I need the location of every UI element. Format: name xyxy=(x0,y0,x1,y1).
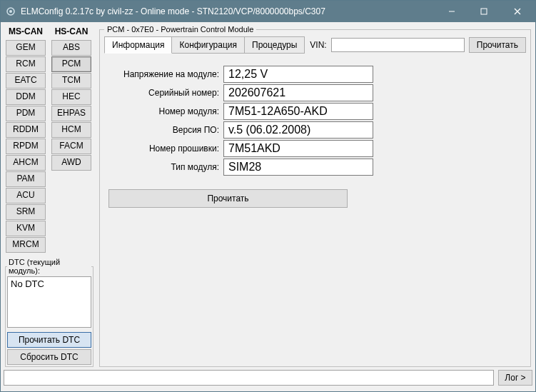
module-button-srm[interactable]: SRM xyxy=(6,204,46,220)
module-button-pdm[interactable]: PDM xyxy=(6,106,46,121)
info-row-0: Напряжение на модуле:12,25 V xyxy=(113,65,526,84)
top-area: MS-CAN GEMRCMEATCDDMPDMRDDMRPDMAHCMPAMAC… xyxy=(4,25,532,367)
hscan-header: HS-CAN xyxy=(55,25,89,39)
info-row-3: Версия ПО:v.5 (06.02.2008) xyxy=(113,121,526,139)
mscan-header: MS-CAN xyxy=(9,25,43,39)
tab-0[interactable]: Информация xyxy=(104,36,172,54)
dtc-group: DTC (текущий модуль): No DTC Прочитать D… xyxy=(5,258,93,367)
module-button-tcm[interactable]: TCM xyxy=(51,73,91,89)
module-button-ahcm[interactable]: AHCM xyxy=(6,155,46,171)
info-label-2: Номер модуля: xyxy=(113,106,223,116)
module-button-rcm[interactable]: RCM xyxy=(6,56,46,72)
info-value-1[interactable]: 202607621 xyxy=(223,84,373,101)
module-button-ehpas[interactable]: EHPAS xyxy=(51,106,91,121)
close-button[interactable] xyxy=(500,1,535,22)
tabs: ИнформацияКонфигурацияПроцедуры xyxy=(104,36,304,54)
module-button-facm[interactable]: FACM xyxy=(51,139,91,154)
svg-rect-3 xyxy=(481,9,487,14)
tab-2[interactable]: Процедуры xyxy=(244,36,305,54)
right-panel: PCM - 0x7E0 - Powertrain Control Module … xyxy=(98,25,532,367)
app-window: ELMConfig 0.2.17c by civil-zz - Online m… xyxy=(0,0,536,392)
log-input[interactable] xyxy=(4,370,494,386)
info-label-4: Номер прошивки: xyxy=(113,144,223,154)
info-label-1: Серийный номер: xyxy=(113,88,223,98)
window-controls xyxy=(435,1,535,22)
info-label-3: Версия ПО: xyxy=(113,125,223,135)
titlebar: ELMConfig 0.2.17c by civil-zz - Online m… xyxy=(1,1,535,22)
module-legend: PCM - 0x7E0 - Powertrain Control Module xyxy=(104,25,256,34)
info-grid: Напряжение на модуле:12,25 VСерийный ном… xyxy=(113,65,526,176)
bottom-row: Лог > xyxy=(4,370,532,388)
app-icon xyxy=(5,6,16,17)
read-dtc-button[interactable]: Прочитать DTC xyxy=(7,332,91,348)
info-label-5: Тип модуля: xyxy=(113,162,223,172)
info-value-0[interactable]: 12,25 V xyxy=(223,66,373,83)
module-button-acu[interactable]: ACU xyxy=(6,188,46,203)
read-button[interactable]: Прочитать xyxy=(108,189,348,208)
big-read-area: Прочитать xyxy=(108,189,522,208)
info-value-5[interactable]: SIM28 xyxy=(223,159,373,176)
info-value-4[interactable]: 7M51AKD xyxy=(223,140,373,157)
module-button-kvm[interactable]: KVM xyxy=(6,221,46,236)
module-button-awd[interactable]: AWD xyxy=(51,155,91,171)
info-row-2: Номер модуля:7M51-12A650-AKD xyxy=(113,102,526,121)
module-button-mrcm[interactable]: MRCM xyxy=(6,237,46,253)
module-button-abs[interactable]: ABS xyxy=(51,40,91,56)
info-row-4: Номер прошивки:7M51AKD xyxy=(113,139,526,158)
window-title: ELMConfig 0.2.17c by civil-zz - Online m… xyxy=(21,6,435,16)
bus-columns: MS-CAN GEMRCMEATCDDMPDMRDDMRPDMAHCMPAMAC… xyxy=(4,25,95,253)
module-button-hec[interactable]: HEC xyxy=(51,89,91,105)
log-button[interactable]: Лог > xyxy=(498,370,532,386)
vin-input[interactable] xyxy=(331,38,465,52)
client-area: MS-CAN GEMRCMEATCDDMPDMRDDMRPDMAHCMPAMAC… xyxy=(1,22,535,391)
info-value-3[interactable]: v.5 (06.02.2008) xyxy=(223,121,373,139)
tab-1[interactable]: Конфигурация xyxy=(171,36,245,54)
module-group: PCM - 0x7E0 - Powertrain Control Module … xyxy=(99,25,531,367)
module-button-rddm[interactable]: RDDM xyxy=(6,122,46,138)
tabs-row: ИнформацияКонфигурацияПроцедуры VIN: Про… xyxy=(104,36,526,54)
info-row-1: Серийный номер:202607621 xyxy=(113,84,526,102)
mscan-column: MS-CAN GEMRCMEATCDDMPDMRDDMRPDMAHCMPAMAC… xyxy=(4,25,48,253)
info-value-2[interactable]: 7M51-12A650-AKD xyxy=(223,103,373,120)
module-button-pcm[interactable]: PCM xyxy=(51,56,91,72)
info-label-0: Напряжение на модуле: xyxy=(113,69,223,79)
module-button-ddm[interactable]: DDM xyxy=(6,89,46,105)
module-button-eatc[interactable]: EATC xyxy=(6,73,46,89)
module-button-rpdm[interactable]: RPDM xyxy=(6,139,46,154)
svg-point-1 xyxy=(9,10,12,13)
module-button-hcm[interactable]: HCM xyxy=(51,122,91,138)
vin-label: VIN: xyxy=(310,40,326,50)
info-row-5: Тип модуля:SIM28 xyxy=(113,158,526,176)
maximize-button[interactable] xyxy=(467,1,500,22)
vin-read-button[interactable]: Прочитать xyxy=(469,37,526,53)
dtc-list[interactable]: No DTC xyxy=(7,276,91,328)
module-button-gem[interactable]: GEM xyxy=(6,40,46,56)
minimize-button[interactable] xyxy=(435,1,467,22)
left-panel: MS-CAN GEMRCMEATCDDMPDMRDDMRPDMAHCMPAMAC… xyxy=(4,25,95,367)
dtc-legend: DTC (текущий модуль): xyxy=(7,258,91,275)
module-button-pam[interactable]: PAM xyxy=(6,171,46,187)
reset-dtc-button[interactable]: Сбросить DTC xyxy=(7,349,91,365)
hscan-column: HS-CAN ABSPCMTCMHECEHPASHCMFACMAWD xyxy=(49,25,93,253)
